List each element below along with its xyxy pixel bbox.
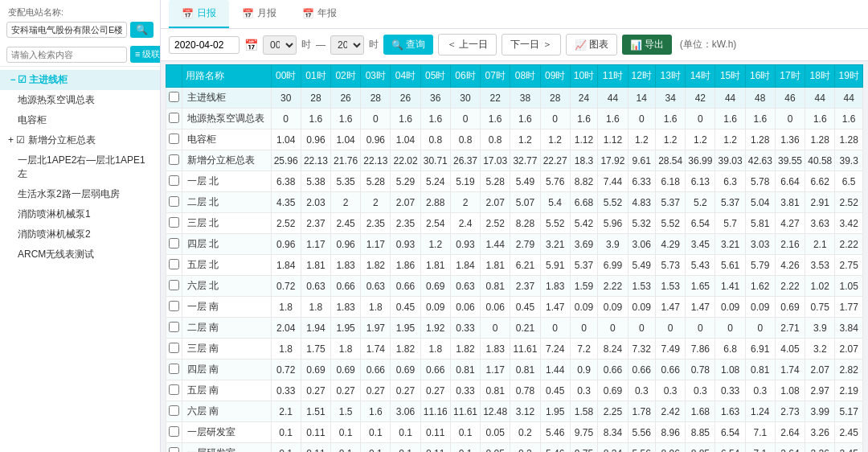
row-value: 6.64 xyxy=(775,171,805,192)
row-checkbox[interactable] xyxy=(166,339,182,360)
row-checkbox[interactable] xyxy=(166,401,182,422)
export-button[interactable]: 📊 导出 xyxy=(622,35,672,55)
row-value: 5.81 xyxy=(745,213,775,234)
sidebar-tree-item[interactable]: 一层北1APE2右—层北1APE1左 xyxy=(0,150,160,184)
row-checkbox[interactable] xyxy=(166,380,182,401)
row-value: 5.52 xyxy=(598,192,628,213)
sidebar-tree-item[interactable]: 消防喷淋机械泵2 xyxy=(0,224,160,244)
tab-年报[interactable]: 📅年报 xyxy=(289,0,350,28)
tab-月报[interactable]: 📅月报 xyxy=(229,0,289,28)
row-value: 34 xyxy=(656,88,686,109)
advanced-filter-button[interactable]: ≡ 级联选择 xyxy=(130,46,161,63)
sidebar-tree-item[interactable]: 地源热泵空调总表 xyxy=(0,90,160,110)
sidebar-tree-item[interactable]: 消防喷淋机械泵1 xyxy=(0,204,160,224)
row-value: 1.82 xyxy=(391,339,420,360)
hour-label: 时 xyxy=(301,38,311,51)
prev-day-button[interactable]: ＜ 上一日 xyxy=(438,34,497,55)
next-day-button[interactable]: 下一日 ＞ xyxy=(502,34,560,55)
row-value: 1.24 xyxy=(745,401,775,422)
min-select[interactable]: 20001030 xyxy=(330,35,364,55)
row-value: 3.21 xyxy=(715,234,745,255)
table-row: 一层研发室0.10.110.10.10.10.110.10.050.25.469… xyxy=(166,443,863,453)
row-checkbox[interactable] xyxy=(166,213,182,234)
row-value: 8.34 xyxy=(598,422,628,443)
sidebar-tree-item[interactable]: 生活水泵2路一层弱电房 xyxy=(0,184,160,204)
row-checkbox[interactable] xyxy=(166,443,182,453)
row-value: 7.44 xyxy=(598,171,628,192)
station-search-button[interactable]: 🔍 xyxy=(130,22,154,38)
tab-label: 年报 xyxy=(317,6,337,20)
row-checkbox[interactable] xyxy=(166,192,182,213)
row-value: 1.05 xyxy=(835,276,863,297)
row-checkbox[interactable] xyxy=(166,318,182,339)
row-checkbox[interactable] xyxy=(166,109,182,129)
row-value: 0.1 xyxy=(450,422,480,443)
row-value: 1.8 xyxy=(271,297,301,318)
row-value: 0.1 xyxy=(271,422,301,443)
row-checkbox[interactable] xyxy=(166,150,182,171)
row-checkbox[interactable] xyxy=(166,255,182,276)
sidebar-tree-item[interactable]: 电容柜 xyxy=(0,110,160,130)
row-value: 8.34 xyxy=(598,443,628,453)
row-value: 1.53 xyxy=(656,276,686,297)
row-value: 0 xyxy=(361,109,391,129)
sidebar-tree-item[interactable]: + ☑ 新增分立柜总表 xyxy=(0,130,160,150)
row-value: 17.92 xyxy=(598,150,628,171)
row-value: 0.33 xyxy=(271,380,301,401)
row-value: 1.6 xyxy=(510,109,540,129)
table-row: 三层 南1.81.751.81.741.821.81.821.8311.617.… xyxy=(166,339,863,360)
row-value: 0.8 xyxy=(420,129,450,150)
header-hour-col: 08时 xyxy=(510,65,540,88)
sidebar-tree: －☑ 主进线柜地源热泵空调总表电容柜+ ☑ 新增分立柜总表一层北1APE2右—层… xyxy=(0,67,160,452)
row-value: 5.35 xyxy=(331,171,361,192)
row-value: 5.42 xyxy=(570,213,598,234)
row-checkbox[interactable] xyxy=(166,129,182,150)
date-input[interactable] xyxy=(169,36,240,54)
row-value: 5.4 xyxy=(540,192,570,213)
row-value: 1.12 xyxy=(598,129,628,150)
row-value: 2.64 xyxy=(775,443,805,453)
table-row: 一层研发室0.10.110.10.10.10.110.10.050.25.469… xyxy=(166,422,863,443)
row-value: 5.56 xyxy=(628,443,656,453)
row-value: 6.91 xyxy=(745,339,775,360)
row-value: 22.13 xyxy=(361,150,391,171)
row-value: 7.49 xyxy=(656,339,686,360)
table-row: 五层 北1.841.811.831.821.861.811.841.816.21… xyxy=(166,255,863,276)
row-checkbox[interactable] xyxy=(166,234,182,255)
row-checkbox[interactable] xyxy=(166,422,182,443)
row-value: 2.22 xyxy=(835,234,863,255)
row-value: 30 xyxy=(450,88,480,109)
row-value: 0 xyxy=(686,109,715,129)
query-button[interactable]: 🔍 查询 xyxy=(383,35,433,55)
row-value: 2.97 xyxy=(805,380,835,401)
row-value: 25.96 xyxy=(271,150,301,171)
row-checkbox[interactable] xyxy=(166,88,182,109)
row-value: 0.27 xyxy=(420,380,450,401)
row-checkbox[interactable] xyxy=(166,297,182,318)
row-value: 36.99 xyxy=(686,150,715,171)
row-value: 1.36 xyxy=(775,129,805,150)
row-name: 五层 北 xyxy=(182,255,272,276)
header-hour-col: 13时 xyxy=(656,65,686,88)
calendar-icon[interactable]: 📅 xyxy=(244,39,258,51)
sidebar-tree-item[interactable]: ARCM无线表测试 xyxy=(0,244,160,265)
row-value: 1.95 xyxy=(540,401,570,422)
tab-日报[interactable]: 📅日报 xyxy=(169,0,229,28)
table-row: 一层 北6.385.385.355.285.295.245.195.285.49… xyxy=(166,171,863,192)
row-value: 0.1 xyxy=(331,443,361,453)
row-checkbox[interactable] xyxy=(166,360,182,380)
row-name: 五层 南 xyxy=(182,380,272,401)
row-value: 1.8 xyxy=(301,297,330,318)
chart-button[interactable]: 📈 图表 xyxy=(566,34,617,55)
sidebar-tree-item[interactable]: －☑ 主进线柜 xyxy=(0,70,160,90)
row-value: 9.75 xyxy=(570,443,598,453)
filter-input[interactable] xyxy=(6,47,127,63)
row-value: 8.85 xyxy=(686,422,715,443)
table-row: 二层 南2.041.941.951.971.951.920.3300.21000… xyxy=(166,318,863,339)
row-value: 4.83 xyxy=(628,192,656,213)
row-value: 2.54 xyxy=(420,213,450,234)
row-checkbox[interactable] xyxy=(166,276,182,297)
station-input[interactable] xyxy=(6,22,127,38)
row-checkbox[interactable] xyxy=(166,171,182,192)
hour-select[interactable]: 00010203 xyxy=(263,35,297,55)
